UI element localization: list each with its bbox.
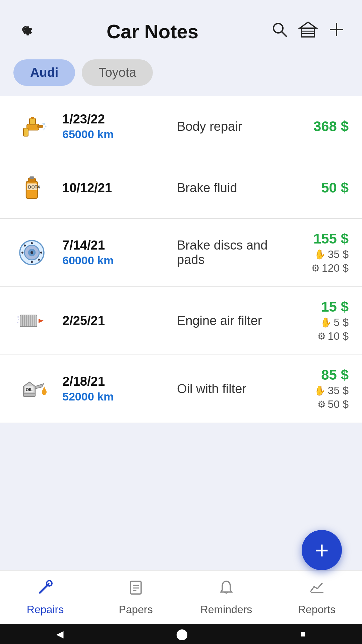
svg-point-45: [17, 322, 18, 323]
svg-point-32: [24, 245, 26, 247]
labor-cost: ✋ 35 $: [282, 384, 349, 397]
recents-button[interactable]: ■: [300, 629, 306, 639]
cost-total: 155 $: [282, 231, 349, 247]
labor-icon: ✋: [314, 249, 326, 260]
svg-rect-9: [23, 128, 28, 136]
repair-cost: 85 $ ✋ 35 $ ⚙ 50 $: [282, 367, 349, 411]
chart-icon: [308, 579, 325, 600]
svg-marker-51: [42, 386, 46, 391]
svg-rect-48: [23, 394, 35, 396]
parts-cost: ⚙ 50 $: [282, 398, 349, 411]
svg-point-12: [45, 126, 47, 127]
repair-info: 1/23/22 65000 km: [62, 112, 167, 141]
svg-rect-21: [29, 176, 34, 179]
cost-total: 85 $: [282, 367, 349, 383]
repair-info: 10/12/21: [62, 181, 167, 195]
repair-date: 10/12/21: [62, 181, 167, 195]
repair-info: 2/18/21 52000 km: [62, 374, 167, 403]
nav-reports[interactable]: Reports: [272, 571, 362, 624]
nav-reminders-label: Reminders: [200, 603, 252, 616]
svg-point-28: [31, 242, 33, 244]
svg-point-29: [31, 261, 33, 263]
app-header: Car Notes: [0, 0, 362, 53]
repair-date: 2/18/21: [62, 374, 167, 389]
repair-date: 2/25/21: [62, 314, 167, 328]
svg-point-46: [19, 325, 20, 326]
parts-icon: ⚙: [317, 331, 326, 342]
svg-point-43: [17, 316, 19, 318]
repair-item[interactable]: 2/25/21 Engine air filter 15 $ ✋ 5 $ ⚙ 1…: [0, 287, 362, 355]
repair-description: Body repair: [177, 119, 282, 134]
wrench-icon: [37, 579, 54, 600]
svg-marker-49: [35, 384, 44, 389]
repair-cost: 15 $ ✋ 5 $ ⚙ 10 $: [282, 299, 349, 342]
tab-audi[interactable]: Audi: [13, 59, 75, 86]
tab-toyota[interactable]: Toyota: [82, 59, 153, 86]
repair-cost: 368 $: [282, 118, 349, 135]
nav-reports-label: Reports: [298, 603, 336, 616]
parts-cost: ⚙ 120 $: [282, 262, 349, 274]
repair-item[interactable]: OIL 2/18/21 52000 km Oil with filter 85 …: [0, 355, 362, 423]
svg-text:DOT4: DOT4: [28, 184, 40, 190]
svg-point-33: [38, 259, 40, 261]
repair-cost: 155 $ ✋ 35 $ ⚙ 120 $: [282, 231, 349, 274]
svg-text:OIL: OIL: [26, 387, 33, 392]
parts-cost: ⚙ 10 $: [282, 330, 349, 342]
svg-rect-10: [38, 125, 43, 127]
svg-rect-17: [29, 118, 36, 125]
repair-mileage: 65000 km: [62, 128, 167, 141]
labor-cost: ✋ 5 $: [282, 316, 349, 329]
repair-description: Oil with filter: [177, 382, 282, 396]
add-repair-fab[interactable]: +: [302, 530, 342, 570]
labor-icon: ✋: [320, 317, 332, 328]
repair-info: 2/25/21: [62, 314, 167, 328]
repair-item[interactable]: 7/14/21 60000 km Brake discs and pads 15…: [0, 219, 362, 287]
dot4-icon: DOT4: [13, 169, 50, 206]
nav-reminders[interactable]: Reminders: [181, 571, 272, 624]
search-icon[interactable]: [271, 21, 288, 42]
svg-point-27: [31, 251, 33, 254]
nav-papers-label: Papers: [119, 603, 153, 616]
cost-total: 368 $: [282, 118, 349, 135]
bottom-nav: Repairs Papers Reminders: [0, 570, 362, 624]
nav-papers[interactable]: Papers: [90, 571, 181, 624]
oil-icon: OIL: [13, 370, 50, 407]
repair-item[interactable]: 1/23/22 65000 km Body repair 368 $: [0, 96, 362, 157]
bell-icon: [218, 579, 235, 600]
parts-icon: ⚙: [317, 399, 326, 410]
cost-total: 15 $: [282, 299, 349, 315]
parts-icon: ⚙: [311, 263, 320, 274]
svg-rect-18: [31, 117, 34, 119]
svg-point-31: [40, 252, 42, 254]
svg-rect-3: [302, 28, 314, 37]
nav-repairs[interactable]: Repairs: [0, 571, 90, 624]
system-nav-bar: ◀ ⬤ ■: [0, 624, 362, 644]
add-icon[interactable]: [328, 21, 345, 42]
repair-description: Brake discs and pads: [177, 238, 282, 267]
air-filter-icon: [13, 302, 50, 339]
labor-cost: ✋ 35 $: [282, 248, 349, 261]
spray-icon: [13, 108, 50, 145]
svg-point-30: [21, 252, 23, 254]
labor-icon: ✋: [314, 385, 326, 396]
repair-list: 1/23/22 65000 km Body repair 368 $ DOT4 …: [0, 96, 362, 423]
repair-mileage: 60000 km: [62, 254, 167, 267]
repair-date: 7/14/21: [62, 238, 167, 253]
repair-cost: 50 $: [282, 180, 349, 196]
gear-icon[interactable]: [17, 21, 34, 42]
cost-total: 50 $: [282, 180, 349, 196]
repair-info: 7/14/21 60000 km: [62, 238, 167, 267]
nav-repairs-label: Repairs: [27, 603, 64, 616]
svg-point-13: [44, 128, 45, 129]
back-button[interactable]: ◀: [56, 629, 64, 640]
svg-marker-2: [300, 22, 316, 28]
garage-icon[interactable]: [298, 21, 318, 42]
papers-icon: [127, 579, 144, 600]
svg-point-15: [43, 129, 44, 130]
home-button[interactable]: ⬤: [176, 628, 188, 640]
repair-description: Brake fluid: [177, 181, 282, 195]
brake-disc-icon: [13, 234, 50, 271]
repair-mileage: 52000 km: [62, 390, 167, 403]
svg-line-1: [282, 32, 286, 36]
repair-item[interactable]: DOT4 10/12/21 Brake fluid 50 $: [0, 157, 362, 219]
